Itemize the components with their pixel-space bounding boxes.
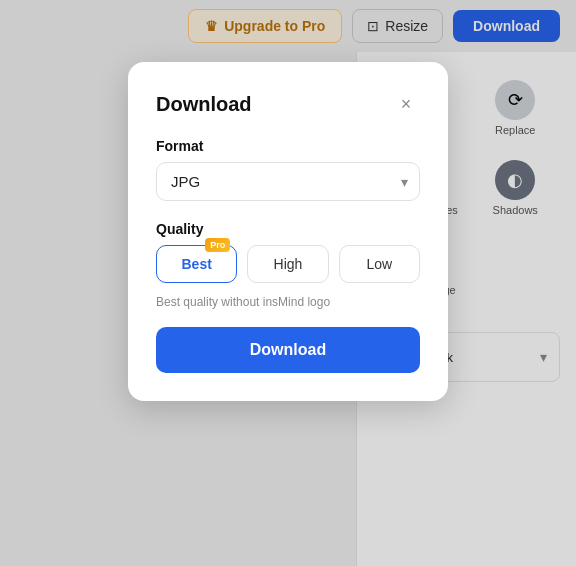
quality-best-button[interactable]: Pro Best [156, 245, 237, 283]
pro-badge: Pro [205, 238, 230, 252]
format-select[interactable]: JPG PNG WEBP PDF [156, 162, 420, 201]
quality-options: Pro Best High Low [156, 245, 420, 283]
format-label: Format [156, 138, 420, 154]
modal-close-button[interactable]: × [392, 90, 420, 118]
modal-overlay: Download × Format JPG PNG WEBP PDF ▾ Qua… [0, 0, 576, 566]
quality-hint: Best quality without insMind logo [156, 295, 420, 309]
quality-low-button[interactable]: Low [339, 245, 420, 283]
download-modal-button[interactable]: Download [156, 327, 420, 373]
modal-title: Download [156, 93, 252, 116]
modal-header: Download × [156, 90, 420, 118]
download-modal: Download × Format JPG PNG WEBP PDF ▾ Qua… [128, 62, 448, 401]
format-select-wrapper: JPG PNG WEBP PDF ▾ [156, 162, 420, 201]
quality-label: Quality [156, 221, 420, 237]
quality-section: Quality Pro Best High Low [156, 221, 420, 283]
quality-high-button[interactable]: High [247, 245, 328, 283]
